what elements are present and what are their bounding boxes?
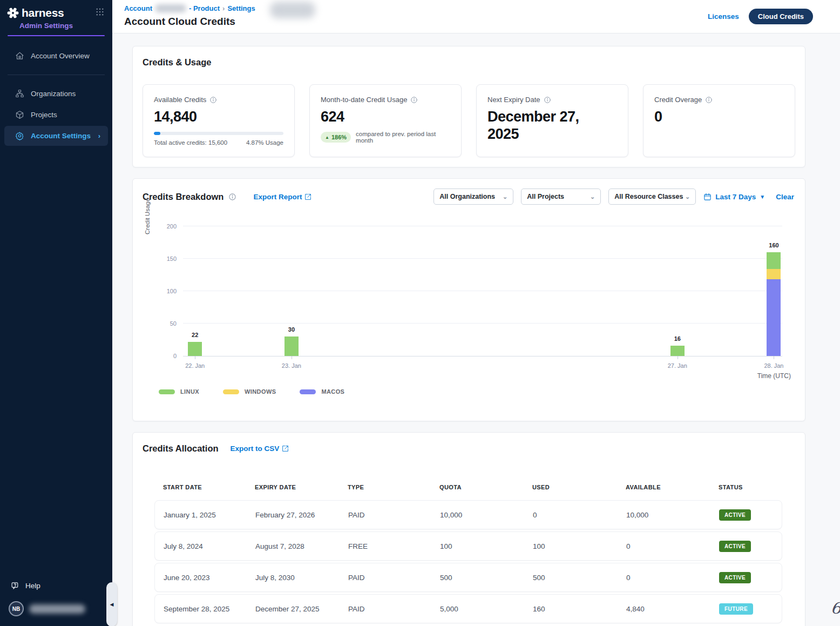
calendar-icon <box>703 193 712 201</box>
help-button[interactable]: Help <box>0 576 112 596</box>
info-icon[interactable] <box>410 96 418 104</box>
cell-available: 0 <box>626 574 719 582</box>
status-badge: FUTURE <box>719 603 753 615</box>
breadcrumb-settings-link[interactable]: Settings <box>227 4 255 12</box>
cell-start: September 28, 2025 <box>164 605 255 613</box>
legend-swatch <box>159 389 175 394</box>
date-range-picker[interactable]: Last 7 Days ▼ <box>703 193 765 201</box>
table-body: January 1, 2025February 27, 2026PAID10,0… <box>154 500 782 623</box>
chart-bar-27-jan[interactable] <box>670 346 685 356</box>
cell-expiry: December 27, 2025 <box>255 605 348 613</box>
sidebar-collapse-handle[interactable]: ◀ <box>106 582 117 626</box>
next-expiry-card: Next Expiry Date December 27, 2025 <box>476 84 628 157</box>
chevron-right-icon: › <box>98 132 100 140</box>
x-tick-label: 27. Jan <box>668 362 687 369</box>
credits-allocation-panel: Credits Allocation Export to CSV START D… <box>132 432 805 626</box>
bar-segment-linux[interactable] <box>188 342 202 356</box>
cell-type: PAID <box>348 574 440 582</box>
projects-select[interactable]: All Projects⌄ <box>521 189 601 205</box>
gridline <box>183 226 782 226</box>
export-report-link[interactable]: Export Report <box>253 193 311 201</box>
column-header: EXPIRY DATE <box>255 484 348 490</box>
sidebar-item-label: Projects <box>31 111 57 119</box>
info-icon[interactable] <box>209 96 217 104</box>
bar-segment-linux[interactable] <box>284 336 299 356</box>
usage-percent: 4.87% Usage <box>246 139 283 146</box>
stat-label: Next Expiry Date <box>487 96 540 104</box>
legend-item-linux[interactable]: LINUX <box>159 388 199 395</box>
breadcrumb-redacted <box>155 4 186 12</box>
info-icon[interactable] <box>228 193 236 201</box>
chevron-down-icon: ⌄ <box>590 193 595 200</box>
help-chat-icon <box>11 581 20 590</box>
chart-bar-28-jan[interactable] <box>767 252 781 356</box>
table-row: June 20, 2023July 8, 2030PAID5005000ACTI… <box>154 563 782 592</box>
status-badge: ACTIVE <box>719 572 751 583</box>
stat-label: Month-to-date Credit Usage <box>321 96 407 104</box>
cell-quota: 10,000 <box>440 511 533 519</box>
sidebar-item-account-overview[interactable]: Account Overview <box>4 46 108 66</box>
org-hierarchy-icon <box>15 89 24 98</box>
credits-usage-title: Credits & Usage <box>143 57 211 68</box>
info-icon[interactable] <box>544 96 551 104</box>
sidebar-item-label: Organizations <box>31 90 76 98</box>
gear-icon <box>15 131 24 140</box>
y-tick-label: 0 <box>173 353 177 359</box>
info-icon[interactable] <box>705 96 713 104</box>
cell-quota: 100 <box>440 542 533 550</box>
credit-overage-value: 0 <box>654 108 784 125</box>
header-actions: Licenses Cloud Credits <box>708 9 813 24</box>
trend-badge: ▲186% <box>321 132 351 143</box>
x-tick-mark <box>774 356 774 359</box>
user-row[interactable]: NB <box>0 596 112 626</box>
bar-segment-windows[interactable] <box>767 269 781 279</box>
licenses-link[interactable]: Licenses <box>708 12 739 21</box>
stat-label: Credit Overage <box>654 96 702 104</box>
sidebar-item-organizations[interactable]: Organizations <box>4 84 108 104</box>
x-tick-label: 28. Jan <box>764 362 783 369</box>
credits-breakdown-panel: Credits Breakdown Export Report All Orga… <box>132 178 805 421</box>
redaction-blur <box>270 2 315 18</box>
total-active-credits: Total active credits: 15,600 <box>154 139 227 146</box>
column-header: USED <box>532 484 626 490</box>
logo-row: harness <box>0 0 112 19</box>
sidebar-item-account-settings[interactable]: Account Settings › <box>4 126 108 146</box>
main-area: Account - Product › Settings Account Clo… <box>112 0 840 626</box>
sidebar-item-projects[interactable]: Projects <box>4 105 108 125</box>
breadcrumb: Account - Product › Settings <box>124 4 255 12</box>
x-tick-mark <box>292 356 292 359</box>
legend-item-windows[interactable]: WINDOWS <box>223 388 276 395</box>
chart-bar-23-jan[interactable] <box>284 336 299 356</box>
cell-type: PAID <box>348 605 440 613</box>
column-header: AVAILABLE <box>626 484 719 490</box>
legend-item-macos[interactable]: MACOS <box>300 388 344 395</box>
bar-segment-linux[interactable] <box>767 252 781 269</box>
cloud-credits-button[interactable]: Cloud Credits <box>749 9 813 24</box>
organizations-select[interactable]: All Organizations⌄ <box>433 189 513 205</box>
gridline <box>183 323 782 324</box>
table-row: September 28, 2025December 27, 2025PAID5… <box>154 594 782 623</box>
resource-classes-select[interactable]: All Resource Classes⌄ <box>608 189 696 205</box>
cell-start: June 20, 2023 <box>164 574 255 582</box>
sidebar-item-label: Account Overview <box>31 52 90 60</box>
legend-swatch <box>300 389 316 394</box>
credits-breakdown-chart: Credit Usage 0501001502002222. Jan3023. … <box>183 227 782 356</box>
credits-usage-panel: Credits & Usage Available Credits 14,840… <box>132 46 805 167</box>
chart-bar-22-jan[interactable] <box>188 342 202 356</box>
sidebar: harness Admin Settings Account Overview … <box>0 0 112 626</box>
breadcrumb-account-link[interactable]: Account <box>124 4 152 12</box>
module-grid-icon[interactable] <box>95 7 105 19</box>
status-badge: ACTIVE <box>719 541 751 552</box>
cell-available: 10,000 <box>626 511 719 519</box>
home-icon <box>15 51 24 60</box>
sidebar-item-label: Account Settings <box>31 132 91 140</box>
bar-segment-macos[interactable] <box>767 279 781 356</box>
y-axis-title: Credit Usage <box>144 227 152 356</box>
content: Credits & Usage Available Credits 14,840… <box>112 46 840 626</box>
avatar[interactable]: NB <box>9 601 24 616</box>
breadcrumb-product-link[interactable]: - Product <box>189 4 220 12</box>
clear-filters-link[interactable]: Clear <box>776 193 794 201</box>
bar-segment-linux[interactable] <box>670 346 685 356</box>
export-csv-link[interactable]: Export to CSV <box>231 445 289 453</box>
stat-label: Available Credits <box>154 96 206 104</box>
